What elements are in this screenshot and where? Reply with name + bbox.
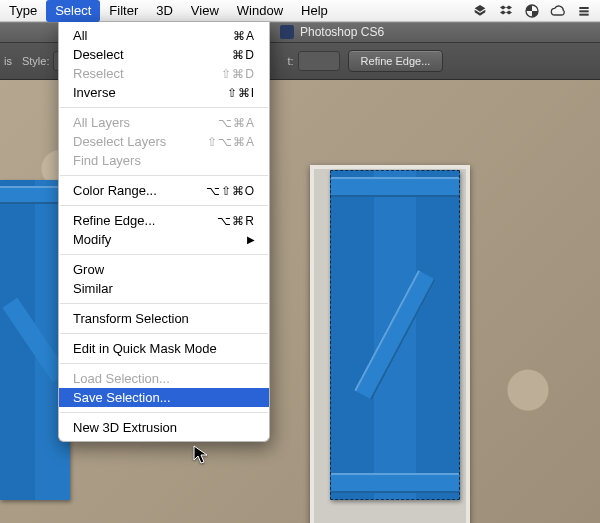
options-field-input[interactable] <box>298 51 340 71</box>
menu-item-label: Load Selection... <box>73 371 205 386</box>
menubar-item-window[interactable]: Window <box>228 0 292 22</box>
menu-separator <box>60 254 268 255</box>
menu-item-shortcut: ⇧⌘I <box>205 86 255 100</box>
menu-item-all[interactable]: All⌘A <box>59 26 269 45</box>
menubar-tray <box>472 3 600 19</box>
menu-item-shortcut: ⇧⌘D <box>205 67 255 81</box>
menu-separator <box>60 412 268 413</box>
menu-separator <box>60 175 268 176</box>
menu-item-label: All Layers <box>73 115 205 130</box>
options-field-label: t: <box>287 55 293 67</box>
menu-separator <box>60 333 268 334</box>
app-icon <box>280 25 294 39</box>
menu-item-label: Grow <box>73 262 205 277</box>
menu-item-label: Reselect <box>73 66 205 81</box>
menu-item-label: Inverse <box>73 85 205 100</box>
menu-item-grow[interactable]: Grow <box>59 260 269 279</box>
menu-item-label: Edit in Quick Mask Mode <box>73 341 217 356</box>
selection-marquee[interactable] <box>330 170 460 500</box>
menu-separator <box>60 107 268 108</box>
menu-item-label: Modify <box>73 232 247 247</box>
menubar-item-help[interactable]: Help <box>292 0 337 22</box>
menu-item-shortcut: ⇧⌥⌘A <box>205 135 255 149</box>
menubar-item-view[interactable]: View <box>182 0 228 22</box>
menu-item-label: Color Range... <box>73 183 205 198</box>
submenu-arrow-icon: ▶ <box>247 234 255 245</box>
menubar-item-filter[interactable]: Filter <box>100 0 147 22</box>
menubar-item-type[interactable]: Type <box>0 0 46 22</box>
menu-item-shortcut: ⌥⌘A <box>205 116 255 130</box>
svg-rect-0 <box>579 7 588 9</box>
menu-item-deselect-layers: Deselect Layers⇧⌥⌘A <box>59 132 269 151</box>
mac-menubar: TypeSelectFilter3DViewWindowHelp <box>0 0 600 22</box>
pinwheel-icon[interactable] <box>524 3 540 19</box>
menu-item-modify[interactable]: Modify▶ <box>59 230 269 249</box>
menu-item-all-layers: All Layers⌥⌘A <box>59 113 269 132</box>
menu-item-shortcut: ⌘A <box>205 29 255 43</box>
menu-item-find-layers: Find Layers <box>59 151 269 170</box>
dropbox-icon[interactable] <box>498 3 514 19</box>
menu-item-label: Transform Selection <box>73 311 205 326</box>
select-menu-dropdown: All⌘ADeselect⌘DReselect⇧⌘DInverse⇧⌘IAll … <box>58 22 270 442</box>
refine-edge-button[interactable]: Refine Edge... <box>348 50 444 72</box>
menu-separator <box>60 303 268 304</box>
menu-item-load-selection: Load Selection... <box>59 369 269 388</box>
updrive-icon[interactable] <box>472 3 488 19</box>
app-title-text: Photoshop CS6 <box>300 25 384 39</box>
menu-item-transform-selection[interactable]: Transform Selection <box>59 309 269 328</box>
menu-item-label: Find Layers <box>73 153 205 168</box>
menu-item-label: Refine Edge... <box>73 213 205 228</box>
menu-item-save-selection[interactable]: Save Selection... <box>59 388 269 407</box>
svg-rect-1 <box>579 10 588 12</box>
menu-item-shortcut: ⌘D <box>205 48 255 62</box>
menu-separator <box>60 205 268 206</box>
menu-item-label: All <box>73 28 205 43</box>
svg-rect-2 <box>579 13 588 15</box>
menu-item-label: Save Selection... <box>73 390 205 405</box>
menubar-item-3d[interactable]: 3D <box>147 0 182 22</box>
menu-item-label: Deselect Layers <box>73 134 205 149</box>
menu-item-edit-in-quick-mask-mode[interactable]: Edit in Quick Mask Mode <box>59 339 269 358</box>
menu-item-deselect[interactable]: Deselect⌘D <box>59 45 269 64</box>
options-label-left: is <box>4 55 12 67</box>
menu-item-color-range[interactable]: Color Range...⌥⇧⌘O <box>59 181 269 200</box>
menu-separator <box>60 363 268 364</box>
menu-item-shortcut: ⌥⇧⌘O <box>205 184 255 198</box>
notification-icon[interactable] <box>576 3 592 19</box>
menu-item-label: Similar <box>73 281 205 296</box>
menu-item-similar[interactable]: Similar <box>59 279 269 298</box>
menu-item-shortcut: ⌥⌘R <box>205 214 255 228</box>
menu-item-label: Deselect <box>73 47 205 62</box>
options-style-label: Style: <box>22 55 50 67</box>
menu-item-new-3d-extrusion[interactable]: New 3D Extrusion <box>59 418 269 437</box>
menu-item-inverse[interactable]: Inverse⇧⌘I <box>59 83 269 102</box>
menu-item-refine-edge[interactable]: Refine Edge...⌥⌘R <box>59 211 269 230</box>
menu-item-label: New 3D Extrusion <box>73 420 205 435</box>
creative-cloud-icon[interactable] <box>550 3 566 19</box>
menubar-item-select[interactable]: Select <box>46 0 100 22</box>
menu-item-reselect: Reselect⇧⌘D <box>59 64 269 83</box>
